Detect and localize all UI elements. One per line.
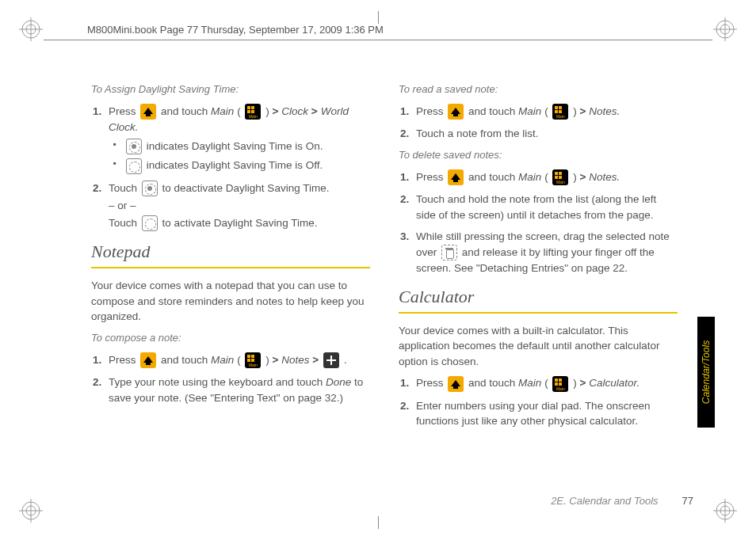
or-separator: – or –	[109, 198, 370, 214]
section-underline	[399, 312, 678, 314]
dst-step-2: 2. Touch to deactivate Daylight Saving T…	[105, 181, 370, 231]
calc-step-2: 2. Enter numbers using your dial pad. Th…	[413, 398, 678, 429]
registration-mark-tr	[712, 16, 739, 43]
registration-mark-br	[712, 497, 739, 524]
dst-off-icon	[126, 158, 142, 174]
dst-off-bullet: indicates Daylight Saving Time is Off.	[113, 158, 370, 173]
registration-mark-bl	[17, 497, 44, 524]
delete-step-2: 2. Touch and hold the note from the list…	[413, 192, 678, 222]
right-column: To read a saved note: 1. Press and touch…	[399, 79, 678, 507]
add-icon	[323, 352, 339, 368]
page-footer: 2E. Calendar and Tools 77	[91, 495, 693, 507]
header-rule	[44, 40, 712, 40]
home-icon	[448, 169, 464, 185]
dst-on-bullet: indicates Daylight Saving Time is On.	[113, 139, 370, 154]
compose-step-1: 1. Press and touch Main ( Main ) > Notes…	[105, 352, 370, 368]
subhead-read: To read a saved note:	[399, 82, 678, 97]
registration-mark-tl	[17, 16, 44, 43]
delete-step-3: 3. While still pressing the screen, drag…	[413, 229, 678, 276]
main-menu-icon: Main	[552, 376, 568, 392]
compose-step-2: 2. Type your note using the keyboard and…	[105, 375, 370, 405]
read-step-2: 2. Touch a note from the list.	[413, 126, 678, 142]
main-menu-icon: Main	[552, 169, 568, 185]
running-header: M800Mini.book Page 77 Thursday, Septembe…	[87, 24, 384, 36]
dst-off-icon	[142, 215, 158, 231]
delete-step-1: 1. Press and touch Main ( Main ) > Notes…	[413, 169, 678, 185]
home-icon	[448, 376, 464, 392]
subhead-dst: To Assign Daylight Saving Time:	[91, 82, 370, 97]
footer-section: 2E. Calendar and Tools	[551, 495, 658, 507]
subhead-compose: To compose a note:	[91, 331, 370, 346]
home-icon	[140, 104, 156, 120]
dst-step-1: 1. Press and touch Main ( Main ) > Clock…	[105, 104, 370, 174]
section-underline	[91, 267, 370, 268]
main-menu-icon: Main	[245, 104, 261, 120]
trash-icon	[441, 245, 457, 260]
dst-on-icon	[142, 181, 158, 196]
left-column: To Assign Daylight Saving Time: 1. Press…	[91, 79, 370, 507]
footer-page-number: 77	[682, 495, 693, 507]
top-crop-tick	[378, 11, 379, 24]
calc-intro: Your device comes with a built-in calcul…	[399, 323, 678, 370]
bottom-crop-tick	[378, 516, 379, 529]
main-menu-icon: Main	[245, 352, 261, 368]
dst-on-icon	[126, 139, 142, 154]
main-label: Main	[211, 105, 234, 117]
notepad-intro: Your device comes with a notepad that yo…	[91, 278, 370, 325]
side-tab-label: Calendar/Tools	[701, 340, 712, 404]
read-step-1: 1. Press and touch Main ( Main ) > Notes…	[413, 104, 678, 120]
section-side-tab: Calendar/Tools	[697, 317, 715, 428]
home-icon	[448, 104, 464, 120]
calc-step-1: 1. Press and touch Main ( Main ) > Calcu…	[413, 375, 678, 391]
section-calculator: Calculator	[399, 284, 678, 310]
page-body: To Assign Daylight Saving Time: 1. Press…	[91, 79, 678, 507]
main-menu-icon: Main	[552, 104, 568, 120]
section-notepad: Notepad	[91, 239, 370, 264]
subhead-delete: To delete saved notes:	[399, 148, 678, 163]
home-icon	[140, 352, 156, 368]
